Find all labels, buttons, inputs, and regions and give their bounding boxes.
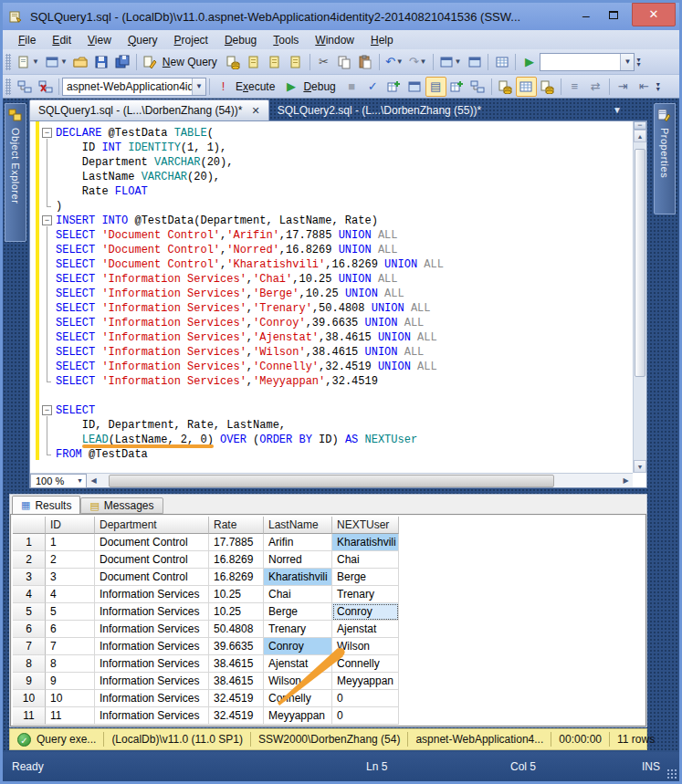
maximize-button[interactable] [604,7,623,22]
grid-cell[interactable]: Document Control [95,569,209,586]
query-options-icon[interactable]: ▤ [425,77,446,97]
database-engine-query-icon[interactable] [223,52,244,72]
comment-icon[interactable]: ≡ [564,77,585,97]
outdent-icon[interactable]: ⇤ [634,77,655,97]
grid-cell[interactable]: Berge [264,603,332,621]
menu-tools[interactable]: Tools [265,32,307,48]
toolbar-overflow-icon[interactable]: ▾▾ [636,57,640,67]
grid-cell[interactable]: Trenary [264,621,332,638]
grid-row-header[interactable]: 6 [13,621,46,638]
grid-cell[interactable]: Wilson [332,638,399,655]
toolbar-overflow-icon[interactable]: ▾▾ [656,82,660,91]
grid-cell[interactable]: Chai [264,586,332,603]
minimize-button[interactable]: – [577,8,595,23]
menu-window[interactable]: Window [307,32,362,48]
grid-row-header[interactable]: 2 [13,551,46,569]
undo-icon[interactable]: ↶▼ [383,52,406,72]
grid-cell[interactable]: 38.4615 [209,673,264,690]
menu-debug[interactable]: Debug [216,32,265,48]
grid-cell[interactable]: Information Services [95,586,209,603]
editor-vertical-scrollbar[interactable]: ═ ▲ ▼ [633,121,646,473]
xmla-query-icon[interactable] [286,52,307,72]
grid-column-header[interactable]: Rate [209,517,264,534]
grid-row-header[interactable]: 7 [13,638,46,655]
grid-cell[interactable]: Information Services [95,673,209,690]
grid-column-header[interactable]: NEXTUser [332,517,399,534]
scroll-down-icon[interactable]: ▼ [634,460,646,473]
results-to-text-icon[interactable] [495,77,516,97]
grid-cell[interactable]: 9 [46,673,95,690]
grid-column-header[interactable]: LastName [264,517,332,534]
grid-cell[interactable]: Information Services [95,707,209,725]
grid-column-header[interactable] [13,517,46,534]
tab-results[interactable]: ▦ Results [12,496,80,514]
dmx-query-icon[interactable] [265,52,286,72]
activity-monitor-icon[interactable] [491,52,512,72]
results-to-file-icon[interactable] [537,77,558,97]
splitter-handle[interactable]: ═ [634,121,646,130]
grid-cell[interactable]: Wilson [264,673,332,690]
grid-cell[interactable]: Information Services [95,690,209,707]
intellisense-icon[interactable] [383,77,404,97]
grid-cell[interactable]: 0 [332,690,399,707]
grid-cell[interactable]: 32.4519 [209,707,264,725]
grid-cell[interactable]: Conroy [332,603,399,621]
grid-cell[interactable]: Meyyappan [332,673,399,690]
grid-row-header[interactable]: 3 [13,569,46,586]
cut-icon[interactable]: ✂ [313,52,334,72]
debug-button[interactable]: Debug [303,80,335,93]
grid-cell[interactable]: 2 [46,551,95,569]
parse-icon[interactable]: ✓ [362,77,383,97]
grid-cell[interactable]: Conroy [264,638,332,655]
menu-edit[interactable]: Edit [44,32,79,48]
execute-button[interactable]: Execute [236,80,275,93]
doc-tab-1[interactable]: SQLQuery1.sql - (L...\DorbenZhang (54))*… [29,99,269,120]
grid-cell[interactable]: 1 [46,534,95,551]
execute-icon[interactable]: ! [213,77,234,97]
grid-cell[interactable]: Kharatishvili [332,534,399,551]
stop-icon[interactable]: ■ [341,77,362,97]
grid-cell[interactable]: 16.8269 [209,569,264,586]
grid-cell[interactable]: 10.25 [209,586,264,603]
scroll-right-icon[interactable]: ▶ [619,476,633,485]
grid-cell[interactable]: 11 [46,707,95,725]
properties-tab[interactable]: Properties [654,103,676,214]
indent-icon[interactable]: ⇥ [613,77,634,97]
grid-cell[interactable]: 7 [46,638,95,655]
grid-cell[interactable]: Berge [332,569,399,586]
change-connection-icon[interactable] [35,77,56,97]
grid-cell[interactable]: Trenary [332,586,399,603]
grid-row-header[interactable]: 4 [13,586,46,603]
navigate-back-icon[interactable]: ▼ [436,52,465,72]
grid-cell[interactable]: 38.4615 [209,655,264,673]
grid-cell[interactable]: Arifin [264,534,332,551]
grid-cell[interactable]: Meyyappan [264,707,332,725]
grid-cell[interactable]: 32.4519 [209,690,264,707]
grid-cell[interactable]: 5 [46,603,95,621]
doc-tab-2[interactable]: SQLQuery2.sql - (L...\DorbenZhang (55))* [269,99,489,120]
menu-file[interactable]: File [10,32,44,48]
grid-cell[interactable]: 16.8269 [209,551,264,569]
add-window-dropdown-icon[interactable]: ▼ [42,52,70,72]
new-query-icon[interactable] [140,52,161,72]
grid-cell[interactable]: 10.25 [209,603,264,621]
fold-toggle-icon[interactable]: − [42,128,52,138]
hscroll-track[interactable] [101,475,618,487]
tab-list-dropdown-icon[interactable]: ▼ [613,105,622,115]
new-query-button[interactable]: New Query [163,56,217,68]
fold-toggle-icon[interactable]: − [42,405,52,415]
results-to-grid-icon[interactable] [516,77,537,97]
resize-grip[interactable] [666,768,677,779]
redo-icon[interactable]: ↷▼ [406,52,430,72]
toolbar-grip[interactable] [5,54,11,70]
grid-cell[interactable]: Connelly [264,690,332,707]
grid-cell[interactable]: Information Services [95,621,209,638]
start-play-icon[interactable]: ▶ [519,52,540,72]
object-explorer-tab[interactable]: Object Explorer [5,103,26,242]
code-area[interactable]: −DECLARE @TestData TABLE( ID INT IDENTIT… [30,121,633,473]
include-actual-plan-icon[interactable] [446,77,467,97]
open-file-icon[interactable] [70,52,91,72]
grid-cell[interactable]: Chai [332,551,399,569]
grid-cell[interactable]: 10 [46,690,95,707]
combo-dropdown-icon[interactable]: ▼ [620,54,634,70]
